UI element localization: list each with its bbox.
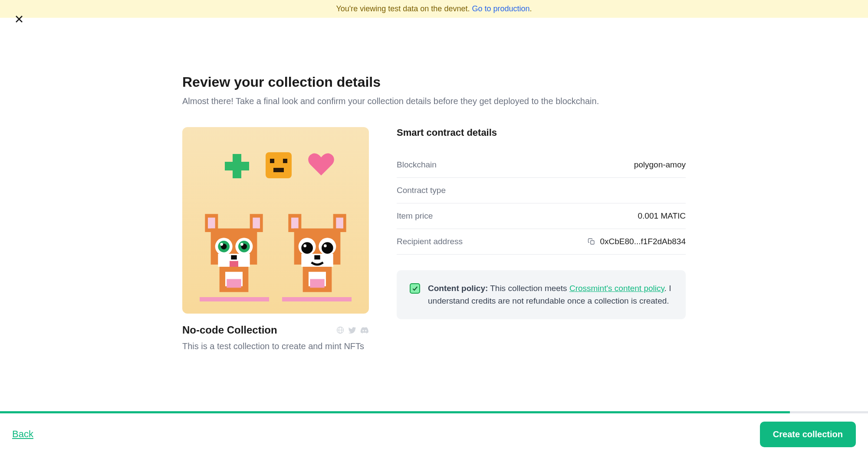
- checkmark-icon: [411, 285, 418, 292]
- svg-rect-33: [314, 255, 320, 259]
- detail-value: 0xCbE80...f1F2dAb834: [588, 237, 686, 246]
- policy-link[interactable]: Crossmint's content policy: [569, 284, 664, 293]
- policy-text: Content policy: This collection meets Cr…: [428, 282, 673, 307]
- banner-suffix: .: [530, 4, 532, 13]
- svg-point-14: [220, 243, 223, 246]
- detail-row-recipient: Recipient address 0xCbE80...f1F2dAb834: [397, 229, 686, 255]
- detail-row-blockchain: Blockchain polygon-amoy: [397, 152, 686, 178]
- collection-name: No-code Collection: [182, 324, 277, 336]
- svg-point-32: [324, 244, 327, 247]
- create-collection-button[interactable]: Create collection: [760, 422, 856, 447]
- content-policy-box: Content policy: This collection meets Cr…: [397, 270, 686, 319]
- detail-row-item-price: Item price 0.001 MATIC: [397, 203, 686, 229]
- twitter-icon: [348, 326, 357, 334]
- copy-icon[interactable]: [588, 238, 595, 246]
- policy-text1: This collection meets: [488, 284, 569, 293]
- svg-rect-36: [310, 279, 324, 288]
- fox-character-left: [197, 210, 271, 297]
- page-title: Review your collection details: [182, 74, 686, 90]
- emoji-icon: [266, 152, 292, 178]
- svg-rect-40: [591, 241, 594, 244]
- banner-text: You're viewing test data on the devnet.: [336, 4, 472, 13]
- devnet-banner: You're viewing test data on the devnet. …: [0, 0, 868, 18]
- fox-character-right: [280, 210, 354, 297]
- detail-label: Recipient address: [397, 237, 463, 246]
- recipient-address-text: 0xCbE80...f1F2dAb834: [600, 237, 686, 246]
- footer: Back Create collection: [0, 413, 868, 455]
- svg-rect-20: [227, 279, 241, 288]
- detail-label: Contract type: [397, 186, 446, 195]
- contract-section-title: Smart contract details: [397, 127, 686, 138]
- heart-icon: [308, 153, 334, 177]
- svg-point-30: [322, 242, 333, 254]
- svg-rect-4: [208, 218, 215, 229]
- globe-icon: [336, 326, 345, 334]
- svg-point-29: [301, 242, 313, 254]
- back-link[interactable]: Back: [12, 429, 33, 440]
- contract-details-table: Blockchain polygon-amoy Contract type It…: [397, 152, 686, 255]
- detail-label: Blockchain: [397, 160, 437, 170]
- svg-point-31: [303, 244, 306, 247]
- svg-rect-23: [291, 218, 299, 229]
- detail-row-contract-type: Contract type: [397, 178, 686, 203]
- policy-prefix: Content policy:: [428, 284, 488, 293]
- page-subtitle: Almost there! Take a final look and conf…: [182, 96, 686, 106]
- close-icon: [14, 14, 24, 24]
- svg-point-15: [240, 243, 243, 246]
- collection-description: This is a test collection to create and …: [182, 341, 369, 351]
- svg-rect-24: [336, 218, 343, 229]
- svg-rect-5: [253, 218, 260, 229]
- svg-rect-16: [231, 255, 237, 259]
- discord-icon: [360, 326, 369, 334]
- detail-value: 0.001 MATIC: [638, 211, 686, 221]
- close-button[interactable]: [12, 12, 26, 26]
- policy-checkbox[interactable]: [410, 283, 420, 294]
- detail-label: Item price: [397, 211, 433, 221]
- detail-value: polygon-amoy: [634, 160, 686, 170]
- collection-image: [182, 127, 369, 314]
- production-link[interactable]: Go to production: [472, 4, 529, 13]
- plus-icon: [225, 154, 249, 178]
